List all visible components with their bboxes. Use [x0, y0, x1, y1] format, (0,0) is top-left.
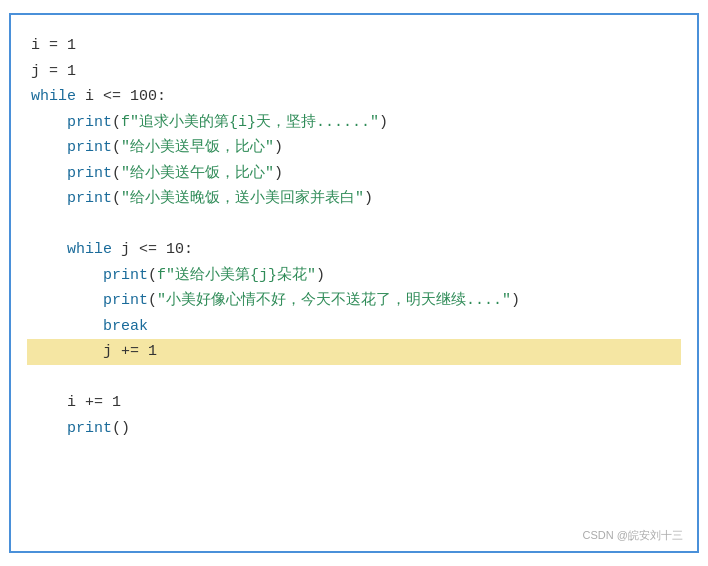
- watermark: CSDN @皖安刘十三: [583, 528, 683, 543]
- code-line: [31, 365, 677, 391]
- code-line: while i <= 100:: [31, 84, 677, 110]
- code-line: j += 1: [27, 339, 681, 365]
- code-line: i += 1: [31, 390, 677, 416]
- code-line: j = 1: [31, 59, 677, 85]
- code-line: i = 1: [31, 33, 677, 59]
- code-line: break: [31, 314, 677, 340]
- code-line: print("给小美送午饭，比心"): [31, 161, 677, 187]
- code-line: print(f"送给小美第{j}朵花"): [31, 263, 677, 289]
- code-line: print("小美好像心情不好，今天不送花了，明天继续...."): [31, 288, 677, 314]
- code-block: i = 1j = 1while i <= 100: print(f"追求小美的第…: [31, 33, 677, 441]
- code-container: i = 1j = 1while i <= 100: print(f"追求小美的第…: [9, 13, 699, 553]
- code-line: print("给小美送晚饭，送小美回家并表白"): [31, 186, 677, 212]
- code-line: print(): [31, 416, 677, 442]
- code-line: print("给小美送早饭，比心"): [31, 135, 677, 161]
- code-line: [31, 212, 677, 238]
- code-line: while j <= 10:: [31, 237, 677, 263]
- code-line: print(f"追求小美的第{i}天，坚持......"): [31, 110, 677, 136]
